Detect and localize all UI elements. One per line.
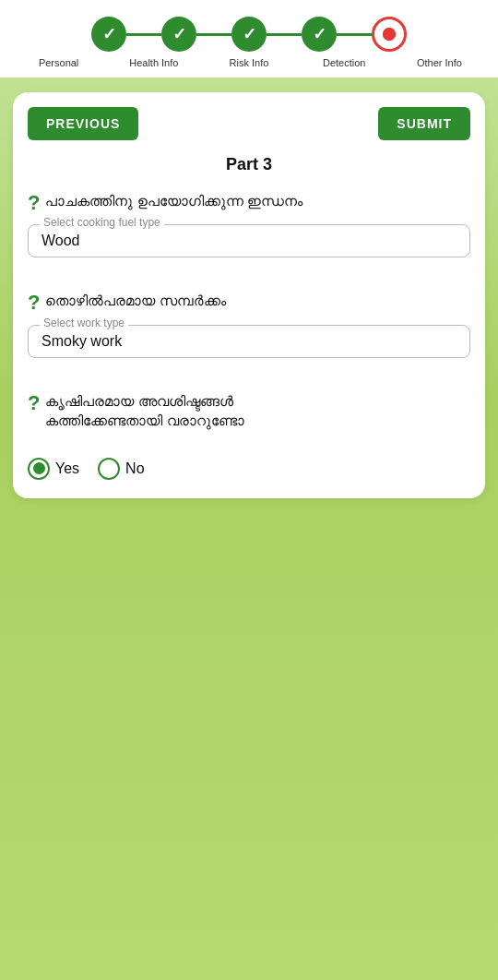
step-circle-personal: ✓ bbox=[91, 17, 126, 52]
step-personal: ✓ bbox=[91, 17, 126, 52]
question2-section: ? തൊഴിൽപരമായ സമ്പർക്കം Select work type … bbox=[13, 281, 485, 381]
step-label-detection: Detection bbox=[297, 57, 392, 68]
step-circle-detection: ✓ bbox=[302, 17, 337, 52]
step-risk-info: ✓ bbox=[231, 17, 267, 52]
work-type-label: Select work type bbox=[40, 317, 128, 329]
previous-button[interactable]: PREVIOUS bbox=[28, 107, 138, 140]
step-line-1 bbox=[126, 33, 161, 36]
question1-section: ? പാചകത്തിനു ഉപയോഗിക്കുന്ന ഇന്ധനം Select… bbox=[13, 182, 485, 281]
step-label-risk-info: Risk Info bbox=[201, 57, 296, 68]
step-label-health-info: Health Info bbox=[106, 57, 201, 68]
stepper-steps: ✓ ✓ ✓ ✓ bbox=[9, 17, 489, 52]
question3-row: ? കൃഷിപരമായ അവശിഷ്ടങ്ങൾ കത്തിക്കേണ്ടതായി… bbox=[28, 391, 470, 430]
radio-no-outer bbox=[98, 458, 120, 480]
step-circle-other-info bbox=[372, 17, 407, 52]
question1-text: പാചകത്തിനു ഉപയോഗിക്കുന്ന ഇന്ധനം bbox=[45, 191, 302, 210]
radio-no-label: No bbox=[125, 460, 144, 477]
stepper-labels: Personal Health Info Risk Info Detection… bbox=[9, 57, 489, 68]
radio-group: Yes No bbox=[13, 448, 485, 498]
question2-row: ? തൊഴിൽപരമായ സമ്പർക്കം bbox=[28, 291, 470, 315]
stepper: ✓ ✓ ✓ ✓ Personal Health Info Risk Info D… bbox=[0, 0, 498, 78]
radio-yes[interactable]: Yes bbox=[28, 458, 79, 480]
question2-text: തൊഴിൽപരമായ സമ്പർക്കം bbox=[45, 291, 225, 310]
radio-yes-label: Yes bbox=[55, 460, 79, 477]
question3-section: ? കൃഷിപരമായ അവശിഷ്ടങ്ങൾ കത്തിക്കേണ്ടതായി… bbox=[13, 382, 485, 448]
radio-yes-inner bbox=[33, 462, 45, 474]
part-title: Part 3 bbox=[13, 140, 485, 182]
question3-text: കൃഷിപരമായ അവശിഷ്ടങ്ങൾ കത്തിക്കേണ്ടതായി വ… bbox=[45, 391, 243, 430]
work-type-field[interactable]: Select work type Smoky work bbox=[28, 325, 470, 358]
card-header: PREVIOUS SUBMIT bbox=[13, 92, 485, 140]
question3-mark: ? bbox=[28, 391, 40, 415]
radio-yes-outer bbox=[28, 458, 50, 480]
step-line-4 bbox=[337, 33, 372, 36]
submit-button[interactable]: SUBMIT bbox=[378, 107, 470, 140]
step-label-other-info: Other Info bbox=[392, 57, 487, 68]
question1-row: ? പാചകത്തിനു ഉപയോഗിക്കുന്ന ഇന്ധനം bbox=[28, 191, 470, 215]
work-type-value: Smoky work bbox=[42, 331, 122, 349]
step-line-2 bbox=[196, 33, 231, 36]
step-health-info: ✓ bbox=[161, 17, 196, 52]
step-circle-health-info: ✓ bbox=[161, 17, 196, 52]
step-other-info bbox=[372, 17, 407, 52]
step-circle-risk-info: ✓ bbox=[231, 17, 267, 52]
main-card: PREVIOUS SUBMIT Part 3 ? പാചകത്തിനു ഉപയോ… bbox=[13, 92, 485, 498]
cooking-fuel-field[interactable]: Select cooking fuel type Wood bbox=[28, 224, 470, 257]
cooking-fuel-value: Wood bbox=[42, 231, 80, 248]
step-line-3 bbox=[267, 33, 302, 36]
question1-mark: ? bbox=[28, 191, 40, 215]
step-detection: ✓ bbox=[302, 17, 337, 52]
radio-no[interactable]: No bbox=[98, 458, 144, 480]
question2-mark: ? bbox=[28, 291, 40, 315]
cooking-fuel-label: Select cooking fuel type bbox=[40, 216, 164, 229]
step-label-personal: Personal bbox=[11, 57, 106, 68]
